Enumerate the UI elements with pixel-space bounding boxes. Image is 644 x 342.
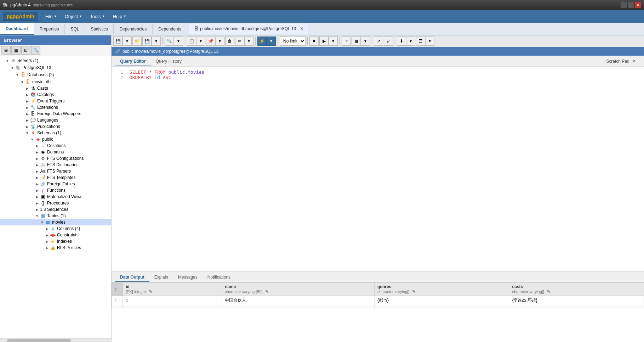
- toolbar-dropdown-extra[interactable]: ▾: [425, 37, 434, 46]
- toolbar-search-btn[interactable]: 🔍: [165, 37, 174, 46]
- tab-explain[interactable]: Explain: [149, 273, 173, 282]
- sidebar-item-casts[interactable]: ▶ ⚗ Casts: [0, 85, 111, 91]
- sidebar-scroll-thumb[interactable]: [7, 339, 71, 342]
- cell-genres-1[interactable]: {都市}: [374, 296, 509, 305]
- sidebar-item-tables[interactable]: ▼ ▦ Tables (1): [0, 213, 111, 219]
- maximize-button[interactable]: □: [628, 2, 634, 8]
- sidebar-item-movie-db[interactable]: ▼ 🗄 movie_db: [0, 79, 111, 85]
- tab-sql[interactable]: SQL: [65, 24, 85, 34]
- toolbar-stop-btn[interactable]: ■: [309, 37, 319, 46]
- sidebar-item-sequences[interactable]: ▶ 1.3 Sequences: [0, 206, 111, 213]
- tab-data-output[interactable]: Data Output: [115, 273, 149, 282]
- sidebar-item-columns[interactable]: ▶ ≡ Columns (4): [0, 225, 111, 232]
- tab-dependents[interactable]: Dependents: [153, 24, 187, 34]
- toolbar-edit-btn[interactable]: ✏: [235, 37, 244, 46]
- cell-empty-casts[interactable]: [509, 305, 644, 308]
- toolbar-dropdown-search[interactable]: ▾: [174, 37, 183, 46]
- toolbar-delete-btn[interactable]: 🗑: [225, 37, 234, 46]
- menu-file[interactable]: File ▼: [42, 12, 61, 21]
- menu-object[interactable]: Object ▼: [61, 12, 86, 21]
- sidebar-item-languages[interactable]: ▶ 💬 Languages: [0, 117, 111, 123]
- toolbar-dropdown-run[interactable]: ▾: [329, 37, 338, 46]
- sidebar-item-fts-dictionaries[interactable]: ▶ 📖 FTS Dictionaries: [0, 162, 111, 168]
- sidebar-item-movies[interactable]: ▼ ▦ movies: [0, 219, 111, 225]
- tab-query-editor[interactable]: Query Editor: [115, 57, 151, 66]
- code-editor[interactable]: 1 SELECT * FROM public.movies 2 ORDER BY: [112, 67, 644, 271]
- minimize-button[interactable]: ─: [621, 2, 627, 8]
- toolbar-explain1-btn[interactable]: ↗: [374, 37, 383, 46]
- panel-tab-path[interactable]: 🗄 public.movies/movie_db/postgres@Postgr…: [189, 23, 308, 34]
- sidebar-item-domains[interactable]: ▶ ◉ Domains: [0, 149, 111, 155]
- tab-messages[interactable]: Messages: [173, 273, 203, 282]
- sidebar-item-postgresql13[interactable]: ▼ 🐘 PostgreSQL 13: [0, 65, 111, 71]
- sidebar-item-materialized-views[interactable]: ▶ ▣ Materialized Views: [0, 194, 111, 200]
- sidebar-item-fts-configurations[interactable]: ▶ ⚙ FTS Configurations: [0, 155, 111, 162]
- sidebar-btn-grid[interactable]: ▦: [11, 46, 21, 55]
- toolbar-run-btn[interactable]: ▶: [319, 37, 329, 46]
- tab-dependencies[interactable]: Dependencies: [114, 24, 153, 34]
- tab-properties[interactable]: Properties: [34, 24, 65, 34]
- sidebar-item-schemas[interactable]: ▼ ❖ Schemas (1): [0, 130, 111, 136]
- sidebar-item-publications[interactable]: ▶ 📡 Publications: [0, 123, 111, 130]
- menu-help[interactable]: Help ▼: [109, 12, 130, 21]
- toolbar-hand-btn[interactable]: ☞: [342, 37, 351, 46]
- sidebar-item-functions[interactable]: ▶ ƒ Functions: [0, 187, 111, 194]
- tab-dashboard[interactable]: Dashboard: [0, 23, 34, 35]
- sidebar-item-catalogs[interactable]: ▶ 📚 Catalogs: [0, 91, 111, 98]
- toolbar-dropdown-save[interactable]: ▾: [122, 37, 132, 46]
- tab-query-history[interactable]: Query History: [151, 57, 187, 66]
- cell-empty-name[interactable]: [222, 305, 375, 308]
- sidebar-item-constraints[interactable]: ▶ ◀▶ Constraints: [0, 232, 111, 238]
- tab-notifications[interactable]: Notifications: [203, 273, 235, 282]
- toolbar-dropdown-savefile[interactable]: ▾: [152, 37, 161, 46]
- toolbar-extra-btn[interactable]: ☰: [416, 37, 425, 46]
- limit-select[interactable]: No limit 100 500 1000: [280, 37, 306, 46]
- toolbar-open-btn[interactable]: 📁: [132, 37, 142, 46]
- sidebar-item-servers[interactable]: ▼ 🖥 Servers (1): [0, 57, 111, 64]
- cell-empty-id[interactable]: [123, 305, 222, 308]
- cell-name-1[interactable]: 中国合伙人: [222, 296, 375, 305]
- sidebar-item-event-triggers[interactable]: ▶ ⚡ Event Triggers: [0, 98, 111, 104]
- sidebar-item-indexes[interactable]: ▶ ⚡ Indexes: [0, 238, 111, 245]
- toolbar-copy-btn[interactable]: 📋: [187, 37, 196, 46]
- sidebar-item-extensions[interactable]: ▶ 🔧 Extensions: [0, 104, 111, 111]
- toolbar-table-btn[interactable]: ▦: [352, 37, 361, 46]
- col-edit-genres-icon[interactable]: ✎: [412, 289, 416, 294]
- sidebar-scrollbar[interactable]: [0, 338, 111, 342]
- toolbar-dropdown-table[interactable]: ▾: [361, 37, 370, 46]
- sidebar-item-rls-policies[interactable]: ▶ 🔒 RLS Policies: [0, 245, 111, 251]
- sidebar-item-public-schema[interactable]: ▼ ◆ public: [0, 136, 111, 142]
- toolbar-filter-btn[interactable]: ⚡: [257, 37, 267, 46]
- scratch-pad-label[interactable]: Scratch Pad ✕: [601, 57, 640, 66]
- cell-id-1[interactable]: 1: [123, 296, 222, 305]
- sidebar-btn-add[interactable]: ⊞: [1, 46, 11, 55]
- sidebar-item-fts-templates[interactable]: ▶ 📝 FTS Templates: [0, 174, 111, 181]
- sidebar-search[interactable]: 🔍: [31, 46, 40, 55]
- sidebar-btn-expand[interactable]: ⊡: [21, 46, 30, 55]
- toolbar-dropdown-paste[interactable]: ▾: [215, 37, 224, 46]
- cell-casts-1[interactable]: {李连杰,邓超}: [509, 296, 644, 305]
- col-edit-name-icon[interactable]: ✎: [265, 289, 269, 294]
- toolbar-explain2-btn[interactable]: ↙: [384, 37, 393, 46]
- toolbar-dropdown-filter[interactable]: ▾: [267, 37, 276, 46]
- sidebar-item-fts-parsers[interactable]: ▶ Aa FTS Parsers: [0, 168, 111, 174]
- toolbar-dropdown-copy[interactable]: ▾: [196, 37, 205, 46]
- toolbar-save-btn[interactable]: 💾: [113, 37, 122, 46]
- toolbar-dropdown-edit[interactable]: ▾: [244, 37, 253, 46]
- sidebar-item-foreign-data-wrappers[interactable]: ▶ 🗄 Foreign Data Wrappers: [0, 111, 111, 117]
- col-edit-id-icon[interactable]: ✎: [149, 289, 152, 294]
- sidebar-item-collations[interactable]: ▶ ↕ Collations: [0, 142, 111, 149]
- sidebar-item-foreign-tables[interactable]: ▶ 🔗 Foreign Tables: [0, 181, 111, 187]
- cell-empty-genres[interactable]: [374, 305, 509, 308]
- sidebar-item-databases[interactable]: ▼ 🗄 Databases (2): [0, 72, 111, 78]
- close-button[interactable]: ✕: [635, 2, 641, 8]
- toolbar-dropdown-download[interactable]: ▾: [406, 37, 415, 46]
- tab-statistics[interactable]: Statistics: [85, 24, 114, 34]
- toolbar-download-btn[interactable]: ⬇: [397, 37, 406, 46]
- sidebar-item-procedures[interactable]: ▶ {} Procedures: [0, 200, 111, 206]
- panel-close-icon[interactable]: ✕: [300, 26, 303, 31]
- toolbar-paste-btn[interactable]: 📌: [206, 37, 215, 46]
- col-edit-casts-icon[interactable]: ✎: [547, 289, 550, 294]
- toolbar-save-file-btn[interactable]: 💾: [142, 37, 152, 46]
- scratch-pad-close-icon[interactable]: ✕: [632, 59, 636, 64]
